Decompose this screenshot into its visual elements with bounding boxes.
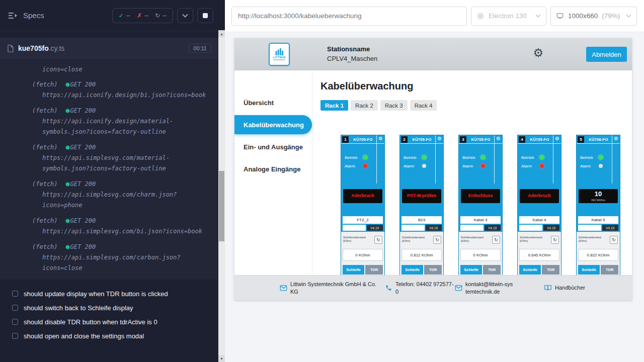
app-footer: Littwin Systemtechnik GmbH & Co. KG Tele…: [234, 275, 632, 300]
preview-pane: http://localhost:3000/kabelueberwachung …: [225, 0, 644, 362]
schleife-button[interactable]: Schleife: [343, 265, 364, 275]
tdr-button[interactable]: TDR: [365, 265, 383, 275]
test-item[interactable]: should disable TDR button when tdrActive…: [12, 315, 211, 329]
refresh-button[interactable]: ↻: [551, 236, 559, 244]
spec-file-header[interactable]: kue705fo.cy.ts 00:11: [0, 38, 218, 58]
chevron-down-icon: [535, 14, 541, 18]
tab-rack-2[interactable]: Rack 2: [351, 100, 378, 111]
tdr-button[interactable]: TDR: [483, 265, 501, 275]
test-item[interactable]: should switch back to Schleife display: [12, 301, 211, 315]
runner-header: Specs ✓-- ✗-- ↻--: [0, 0, 218, 31]
test-item[interactable]: should open and close the settings modal: [12, 329, 211, 343]
divider: [612, 135, 612, 184]
checkbox-icon: [12, 291, 18, 297]
tdr-button[interactable]: TDR: [542, 265, 559, 275]
device-gear-icon[interactable]: ⚙: [496, 136, 501, 141]
test-item[interactable]: should update display when TDR button is…: [12, 287, 211, 301]
stat-passed: ✓--: [119, 12, 130, 19]
device-number: 4: [519, 136, 525, 143]
settings-gear-icon[interactable]: ⚙: [533, 47, 543, 59]
device-gear-icon[interactable]: ⚙: [378, 136, 383, 141]
sidebar-item-analoge-eingaenge[interactable]: Analoge Eingänge: [234, 158, 312, 180]
refresh-button[interactable]: ↻: [492, 236, 500, 244]
device-card-1: 1 KÜ705-FO ⚙ Betrieb Alarm Aderbruch: [341, 135, 385, 275]
schleife-button[interactable]: Schleife: [578, 265, 600, 275]
rack-tabs: Rack 1 Rack 2 Rack 3 Rack 4: [320, 100, 632, 111]
logout-button[interactable]: Abmelden: [586, 47, 627, 62]
divider: [553, 135, 553, 184]
device-card-3: 3 KÜ705-FO ⚙ Betrieb Alarm Erdschluss: [458, 135, 503, 275]
page-title: Kabelüberwachung: [320, 80, 632, 92]
sidebar-item-uebersicht[interactable]: Übersicht: [234, 92, 312, 114]
schleife-button[interactable]: Schleife: [401, 265, 423, 275]
tab-rack-3[interactable]: Rack 3: [380, 100, 408, 111]
footer-manuals[interactable]: Handbücher: [544, 284, 585, 292]
scroll-up-arrow[interactable]: ▲: [218, 30, 225, 37]
schleife-button[interactable]: Schleife: [519, 265, 541, 275]
log-entry: (fetch)GET 200 https://api.simplesvg.com…: [32, 242, 211, 274]
specs-menu[interactable]: Specs: [8, 11, 44, 20]
sidebar-item-ein-und-ausgaenge[interactable]: Ein- und Ausgänge: [234, 136, 312, 158]
request-url: https://api.simplesvg.com/carbon.json?ic…: [32, 252, 211, 274]
device-gear-icon[interactable]: ⚙: [437, 136, 442, 141]
measure-label: Schleifenwiderstand [kOhm]: [579, 236, 608, 242]
divider: [435, 135, 436, 184]
request-url: https://api.simplesvg.com/charm.json?ico…: [32, 190, 211, 211]
device-gear-icon[interactable]: ⚙: [614, 136, 618, 141]
browser-select[interactable]: Electron 130: [471, 7, 546, 26]
measure-value: 0.822 KOhm: [578, 249, 618, 261]
url-input[interactable]: http://localhost:3000/kabelueberwachung: [231, 7, 467, 26]
device-cards: 1 KÜ705-FO ⚙ Betrieb Alarm Aderbruch: [341, 135, 632, 275]
app-content: Kabelüberwachung Rack 1 Rack 2 Rack 3 Ra…: [312, 70, 632, 275]
scrollbar-thumb[interactable]: [219, 171, 224, 241]
screen: Specs ✓-- ✗-- ↻-- kue705fo.cy.ts 00:11 i…: [0, 0, 644, 362]
app-body: Übersicht Kabelüberwachung Ein- und Ausg…: [234, 70, 632, 275]
tdr-button[interactable]: TDR: [601, 265, 618, 275]
cable-name-field[interactable]: B23: [401, 216, 442, 224]
logo-mark-icon: [275, 48, 284, 55]
footer-company: Littwin Systemtechnik GmbH & Co. KG: [280, 281, 385, 295]
runner-scrollbar[interactable]: ▲ ▼: [218, 30, 225, 362]
cable-name-field[interactable]: Kabel 3: [460, 216, 501, 224]
device-gear-icon[interactable]: ⚙: [555, 136, 559, 141]
tab-rack-4[interactable]: Rack 4: [410, 100, 437, 111]
scroll-down-arrow[interactable]: ▼: [218, 355, 225, 362]
stat-failed: ✗--: [137, 12, 148, 19]
schleife-button[interactable]: Schleife: [460, 265, 482, 275]
refresh-button[interactable]: ↻: [610, 236, 618, 244]
footer-email[interactable]: kontakt@littwin-systemtechnik.de: [455, 281, 514, 295]
measure-value: 0.812 KOhm: [401, 249, 442, 261]
measure-value: 0 KOhm: [460, 249, 501, 261]
alarm-led: [481, 164, 485, 168]
spare-field: [343, 225, 366, 231]
measurement-section: Schleifenwiderstand [kOhm] ↻ 0 KOhm Schl…: [459, 232, 502, 275]
betrieb-label: Betrieb: [580, 155, 599, 160]
refresh-button[interactable]: ↻: [374, 236, 382, 244]
stop-button[interactable]: [197, 8, 213, 23]
cable-name-field[interactable]: Kabel 4: [519, 216, 559, 224]
alarm-led: [599, 164, 603, 168]
tdr-button[interactable]: TDR: [424, 265, 442, 275]
success-dot-icon: [66, 109, 69, 113]
tab-rack-1[interactable]: Rack 1: [320, 100, 348, 111]
runner-controls: ✓-- ✗-- ↻--: [112, 8, 213, 23]
command-log[interactable]: icons=close (fetch)GET 200 https://api.i…: [0, 58, 218, 280]
request-url: https://api.iconify.design/material-symb…: [32, 116, 211, 137]
cypress-runner-panel: Specs ✓-- ✗-- ↻-- kue705fo.cy.ts 00:11 i…: [0, 0, 225, 362]
log-entry: (fetch)GET 200 https://api.simplesvg.com…: [32, 216, 211, 237]
preview-toolbar: http://localhost:3000/kabelueberwachung …: [225, 0, 644, 32]
sidebar-item-kabelueberwachung[interactable]: Kabelüberwachung: [234, 115, 312, 134]
device-card-2: 2 KÜ705-FO ⚙ Betrieb Alarm PST-M prüfen: [399, 135, 444, 275]
firmware-version: V4.19: [543, 225, 560, 231]
refresh-button[interactable]: ↻: [433, 236, 441, 244]
test-list: should update display when TDR button is…: [0, 280, 218, 343]
spec-timer: 00:11: [189, 44, 211, 53]
viewport-select[interactable]: 1000x660 (79%): [550, 7, 637, 26]
device-number: 5: [578, 136, 584, 143]
measure-value: 0.645 KOhm: [519, 249, 559, 261]
alarm-label: Alarm: [580, 164, 599, 168]
cable-name-field[interactable]: FTZ_2: [343, 216, 383, 224]
device-number: 1: [342, 136, 349, 143]
collapse-button[interactable]: [177, 8, 193, 23]
cable-name-field[interactable]: Kabel 5: [578, 216, 618, 224]
